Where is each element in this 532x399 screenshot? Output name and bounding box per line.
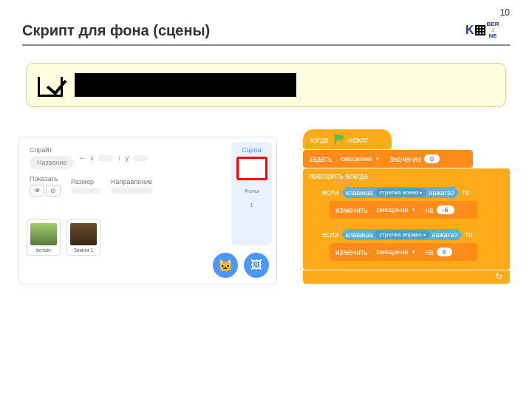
show-hidden-button[interactable]: ⊘	[46, 185, 61, 197]
show-visible-button[interactable]: 👁	[30, 185, 44, 197]
key-dropdown-left[interactable]: стрелка влево	[375, 188, 426, 197]
sensing-key-pressed-left[interactable]: клавиша стрелка влево нажата?	[341, 187, 459, 198]
sprite-thumb-image	[30, 223, 57, 245]
x-label: x	[90, 154, 94, 162]
green-flag-icon	[333, 134, 344, 145]
sprite-label: Спрайт	[30, 146, 74, 154]
sprite-panel: Спрайт Название ↔ x ↕ y Показать 👁 ⊘ Раз…	[18, 137, 277, 284]
direction-label: Направление	[111, 178, 152, 185]
checkbox-icon	[38, 73, 61, 97]
qr-icon	[475, 25, 485, 35]
scratch-script: когда нажат задать смещение значение 0 п…	[303, 129, 514, 284]
x-arrows-icon: ↔	[78, 154, 86, 162]
var-dropdown[interactable]: смещение	[335, 154, 386, 164]
sprite-name-field[interactable]: Название	[30, 156, 74, 169]
value-input[interactable]: -6	[437, 205, 454, 214]
block-when-flag-clicked[interactable]: когда нажат	[303, 129, 392, 149]
block-if-right[interactable]: если клавиша стрелка вправо нажата? то и…	[316, 225, 507, 265]
direction-field[interactable]	[111, 188, 152, 194]
show-label: Показать	[30, 175, 61, 183]
backdrops-count: 1	[250, 202, 253, 208]
cat-icon: 🐱	[218, 259, 233, 273]
y-arrows-icon: ↕	[117, 154, 121, 162]
block-set-variable[interactable]: задать смещение значение 0	[303, 150, 473, 168]
logo-kiberone: K BER 1 NE	[466, 16, 510, 44]
block-change-variable-left[interactable]: изменить смещение на -6	[330, 201, 477, 219]
block-if-left[interactable]: если клавиша стрелка влево нажата? то из…	[316, 183, 507, 223]
task-box	[26, 63, 506, 107]
logo-letter-k: K	[466, 24, 474, 37]
key-dropdown-right[interactable]: стрелка вправо	[375, 231, 429, 239]
value-input[interactable]: 0	[424, 154, 440, 163]
sprite-thumb-terrain[interactable]: terrain	[27, 219, 61, 256]
value-input[interactable]: 6	[437, 248, 452, 256]
y-label: y	[126, 154, 129, 162]
title-underline	[22, 44, 510, 46]
stage-label: Сцена	[242, 146, 262, 154]
sprite-thumb-image	[70, 223, 97, 245]
stage-panel: Сцена Фоны 1	[231, 142, 272, 245]
forever-loop-tail	[303, 270, 510, 284]
block-forever[interactable]: повторять всегда если клавиша стрелка вл…	[303, 168, 510, 270]
block-change-variable-right[interactable]: изменить смещение на 6	[330, 243, 477, 261]
picture-icon: 🖼	[250, 259, 262, 272]
size-field[interactable]	[71, 188, 100, 194]
x-field[interactable]	[98, 155, 113, 161]
var-dropdown[interactable]: смещение	[371, 205, 423, 215]
add-sprite-button[interactable]: 🐱	[213, 253, 238, 278]
var-dropdown[interactable]: смещение	[371, 247, 423, 257]
sprite-info: Спрайт Название ↔ x ↕ y Показать 👁 ⊘ Раз…	[25, 143, 225, 210]
sensing-key-pressed-right[interactable]: клавиша стрелка вправо нажата?	[341, 229, 463, 240]
backdrops-label: Фоны	[244, 188, 259, 194]
size-label: Размер	[71, 178, 100, 185]
page-title: Скрипт для фона (сцены)	[22, 22, 210, 39]
logo-one-stripe: BER 1 NE	[487, 21, 499, 39]
sprite-thumbnails: terrain Земля 1	[27, 219, 100, 256]
task-text-redacted	[75, 73, 296, 97]
stage-thumbnail-highlighted[interactable]	[236, 157, 267, 180]
sprite-thumb-earth1[interactable]: Земля 1	[66, 219, 100, 256]
add-backdrop-button[interactable]: 🖼	[244, 253, 269, 278]
y-field[interactable]	[133, 155, 148, 161]
